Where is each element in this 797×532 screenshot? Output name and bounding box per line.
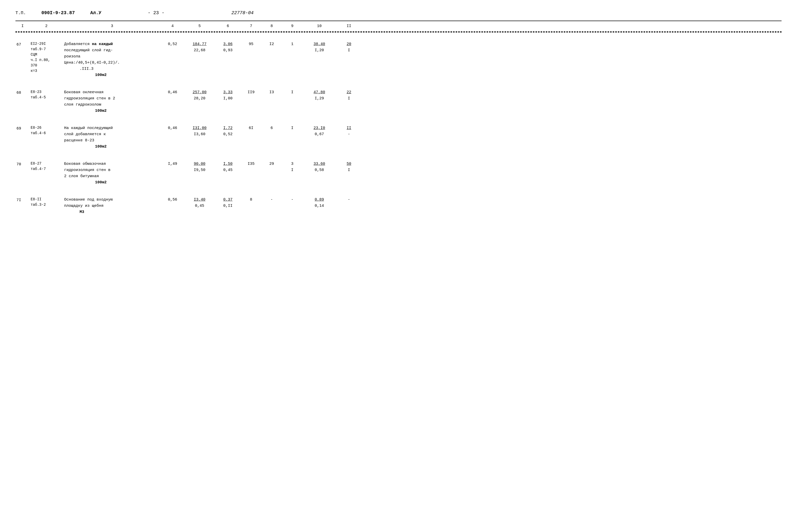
row-col9: I <box>282 125 303 131</box>
row-number: 70 <box>16 161 30 168</box>
sheet-label: Ал.У <box>90 10 101 16</box>
row-col10: 47,80 I,29 <box>303 89 336 102</box>
tp-label: Т.П. <box>16 11 26 16</box>
row-col11: II - <box>336 125 362 137</box>
row-col6: 0,37 0,II <box>215 197 241 209</box>
row-code: E8-27 таб.4-7 <box>30 161 63 172</box>
row-number: 68 <box>16 89 30 96</box>
row-number: 69 <box>16 125 30 132</box>
table-row: 7I E8-II таб.3-2 Основание под входную п… <box>16 192 781 220</box>
table-row: 70 E8-27 таб.4-7 Боковая обмазочная гидр… <box>16 156 781 190</box>
row-col10: 23,I0 0,67 <box>303 125 336 137</box>
page-header: Т.П. 090I-9-23.87 Ал.У - 23 - 22778-04 <box>16 10 781 16</box>
row-code: E8-23 таб.4-5 <box>30 89 63 100</box>
row-code: E8-26 таб.4-6 <box>30 125 63 136</box>
row-col8: - <box>261 197 282 203</box>
row-col5: I3,40 0,45 <box>184 197 215 209</box>
row-col8: I2 <box>261 41 282 48</box>
row-col9: 1 <box>282 41 303 48</box>
row-col11: 50 I <box>336 161 362 173</box>
row-code: EI2-29I таб.9-7 СЦМ ч.I п.80, 370 к=3 <box>30 41 63 74</box>
row-col7: 95 <box>241 41 261 48</box>
row-col7: I35 <box>241 161 261 167</box>
row-col10: 38,40 I,20 <box>303 41 336 54</box>
row-description: На каждый последующий слой добавляется к… <box>63 125 161 150</box>
header-divider <box>16 32 781 33</box>
row-col8: I3 <box>261 89 282 96</box>
row-col9: 3 I <box>282 161 303 173</box>
row-col4: I,49 <box>161 161 184 167</box>
row-col6: 3,06 0,93 <box>215 41 241 54</box>
row-col11: 20 I <box>336 41 362 54</box>
table-row: 69 E8-26 таб.4-6 На каждый последующий с… <box>16 120 781 154</box>
row-col5: I3I,00 I3,60 <box>184 125 215 137</box>
row-col6: I,72 0,52 <box>215 125 241 137</box>
row-number: 67 <box>16 41 30 48</box>
doc-number: 090I-9-23.87 <box>41 10 75 16</box>
row-col8: 29 <box>261 161 282 167</box>
row-col10: 0,89 0,14 <box>303 197 336 209</box>
row-description: Основание под входную площадку из щебня … <box>63 197 161 215</box>
col-header-8: 8 <box>261 23 282 30</box>
row-col4: 0,52 <box>161 41 184 48</box>
row-description: Боковая обмазочная гидроизоляция стен в … <box>63 161 161 186</box>
row-description: Добавляется на каждый последующий слой г… <box>63 41 161 78</box>
row-col7: 6I <box>241 125 261 131</box>
row-col9: I <box>282 89 303 96</box>
table-row: 68 E8-23 таб.4-5 Боковая оклеечная гидро… <box>16 85 781 118</box>
table-body: 67 EI2-29I таб.9-7 СЦМ ч.I п.80, 370 к=3… <box>16 37 781 220</box>
row-col4: 0,46 <box>161 125 184 131</box>
col-header-7: 7 <box>241 23 261 30</box>
row-col6: 3,33 I,00 <box>215 89 241 102</box>
row-col10: 33,60 0,58 <box>303 161 336 173</box>
page-number: - 23 - <box>148 10 165 16</box>
row-col7: 8 <box>241 197 261 203</box>
row-col11: - <box>336 197 362 203</box>
row-col5: 184,77 22,68 <box>184 41 215 54</box>
col-header-3: 3 <box>63 23 161 30</box>
row-col4: 0,46 <box>161 89 184 96</box>
row-col7: II9 <box>241 89 261 96</box>
row-code: E8-II таб.3-2 <box>30 197 63 208</box>
table-row: 67 EI2-29I таб.9-7 СЦМ ч.I п.80, 370 к=3… <box>16 37 781 83</box>
col-header-6: 6 <box>215 23 241 30</box>
column-headers-row1: I 2 3 4 5 6 7 8 9 10 II <box>16 21 781 32</box>
row-col8: 6 <box>261 125 282 131</box>
col-header-2: 2 <box>30 23 63 30</box>
row-description: Боковая оклеечная гидроизоляция стен в 2… <box>63 89 161 114</box>
row-col4: 0,56 <box>161 197 184 203</box>
col-header-11: II <box>336 23 362 30</box>
ref-number: 22778-04 <box>231 10 253 16</box>
row-col6: I,50 0,45 <box>215 161 241 173</box>
col-header-10: 10 <box>303 23 336 30</box>
col-header-9: 9 <box>282 23 303 30</box>
col-header-1: I <box>16 23 30 30</box>
row-col5: 90,00 I9,50 <box>184 161 215 173</box>
row-col11: 22 I <box>336 89 362 102</box>
row-number: 7I <box>16 197 30 204</box>
row-col5: 257,00 28,20 <box>184 89 215 102</box>
col-header-4: 4 <box>161 23 184 30</box>
col-header-5: 5 <box>184 23 215 30</box>
row-col9: - <box>282 197 303 203</box>
